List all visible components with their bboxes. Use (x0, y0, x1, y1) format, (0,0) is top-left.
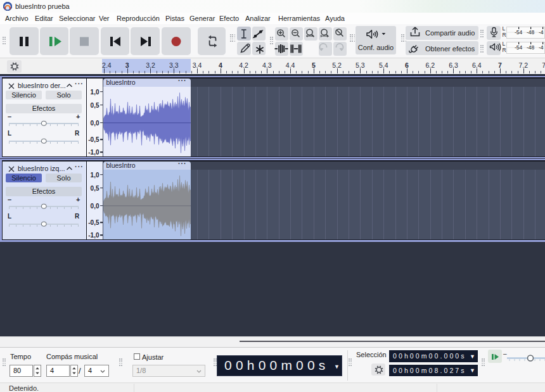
svg-text:-54: -54 (515, 29, 523, 35)
svg-text:-4: -4 (539, 44, 544, 51)
svg-text:-48: -48 (527, 29, 535, 35)
svg-text:-54: -54 (515, 44, 523, 51)
svg-text:-4: -4 (539, 29, 544, 35)
svg-text:R: R (503, 47, 506, 53)
svg-text:–: – (503, 350, 507, 357)
svg-text:L: L (503, 25, 506, 32)
svg-text:-48: -48 (527, 44, 535, 51)
svg-text:L: L (503, 41, 506, 47)
svg-text:R: R (503, 32, 506, 38)
